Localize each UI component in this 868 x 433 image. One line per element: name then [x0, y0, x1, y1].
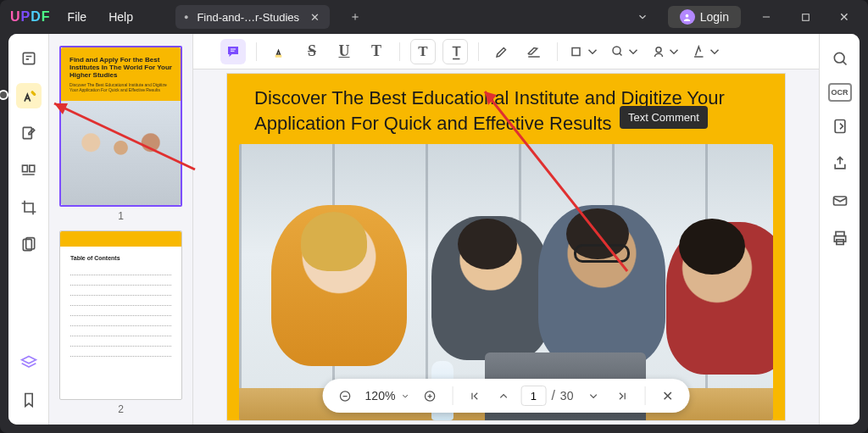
page-number-input[interactable] — [520, 386, 546, 406]
comment-tool-icon[interactable] — [16, 83, 42, 108]
tools-icon[interactable] — [16, 232, 42, 258]
app-logo: UPDF — [10, 9, 51, 25]
zoom-value: 120% — [365, 389, 396, 402]
login-button[interactable]: Login — [668, 6, 741, 28]
print-icon[interactable] — [827, 225, 853, 251]
signature-tool-icon[interactable] — [690, 39, 724, 64]
annotation-toolbar: S U T T T̲ — [193, 34, 819, 69]
app-body: Find and Apply For the Best Institutes I… — [8, 34, 860, 425]
pencil-tool-icon[interactable] — [489, 39, 515, 64]
app-window: UPDF File Help ● Find-and-…r-Studies ✕ ＋… — [0, 0, 868, 433]
tab-indicator-icon: ● — [184, 13, 188, 21]
svg-rect-2 — [802, 14, 809, 20]
main-area: S U T T T̲ — [193, 34, 819, 425]
svg-rect-8 — [29, 165, 34, 172]
annotation-dot — [0, 92, 7, 98]
prev-page-button[interactable] — [492, 384, 515, 408]
ocr-icon[interactable]: OCR — [828, 83, 852, 102]
export-icon[interactable] — [827, 114, 853, 139]
menu-help[interactable]: Help — [103, 7, 138, 27]
svg-point-0 — [686, 14, 689, 17]
tab-title: Find-and-…r-Studies — [197, 11, 299, 24]
tab-dropdown-icon[interactable] — [629, 3, 656, 31]
page-total: 30 — [560, 389, 577, 402]
highlight-tool-icon[interactable] — [267, 39, 292, 64]
reader-mode-icon[interactable] — [16, 46, 42, 71]
organize-pages-icon[interactable] — [16, 158, 42, 183]
stamp-tool-icon[interactable] — [609, 39, 643, 64]
sticker-tool-icon[interactable] — [649, 39, 683, 64]
crop-icon[interactable] — [16, 195, 42, 220]
menu-file[interactable]: File — [63, 7, 92, 27]
page-viewport[interactable]: Discover The Best Educational Institute … — [193, 69, 819, 425]
sidebar-right: OCR — [819, 34, 860, 425]
svg-rect-6 — [23, 127, 31, 138]
window-minimize-button[interactable] — [753, 3, 780, 31]
sidebar-left — [8, 34, 49, 425]
strikethrough-tool-icon[interactable]: S — [299, 39, 325, 64]
svg-marker-12 — [21, 357, 36, 364]
layers-icon[interactable] — [16, 350, 42, 375]
zoom-in-button[interactable] — [418, 384, 442, 408]
thumb1-photo — [61, 101, 181, 205]
thumb2-label: 2 — [59, 403, 182, 415]
thumbnail-panel: Find and Apply For the Best Institutes I… — [49, 34, 193, 425]
text-box-tool-icon[interactable]: T̲ — [442, 39, 468, 64]
zoom-dropdown[interactable]: 120% — [362, 389, 414, 402]
edit-pdf-icon[interactable] — [16, 120, 42, 146]
last-page-button[interactable] — [610, 384, 634, 408]
svg-line-29 — [843, 61, 846, 64]
thumbnail-page-2[interactable]: Table of Contents — [59, 230, 182, 400]
titlebar: UPDF File Help ● Find-and-…r-Studies ✕ ＋… — [0, 0, 868, 34]
avatar-icon — [680, 9, 695, 25]
search-icon[interactable] — [827, 46, 853, 71]
thumb2-toc-title: Table of Contents — [70, 255, 171, 261]
tooltip-text-comment: Text Comment — [620, 106, 708, 129]
underline-tool-icon[interactable]: U — [331, 39, 357, 64]
email-icon[interactable] — [827, 188, 853, 214]
close-pager-button[interactable]: ✕ — [655, 384, 679, 408]
new-tab-button[interactable]: ＋ — [342, 3, 369, 31]
window-maximize-button[interactable] — [792, 3, 819, 31]
login-label: Login — [700, 10, 729, 24]
thumb1-subtitle: Discover The Best Educational Institute … — [70, 82, 172, 92]
tab-close-icon[interactable]: ✕ — [308, 10, 321, 24]
page-controls: 120% / 30 — [323, 379, 690, 413]
thumb1-title: Find and Apply For the Best Institutes I… — [70, 56, 172, 79]
shapes-tool-icon[interactable] — [568, 39, 602, 64]
svg-point-28 — [834, 53, 844, 63]
svg-rect-15 — [275, 54, 282, 57]
svg-rect-17 — [572, 47, 580, 55]
window-close-button[interactable]: ✕ — [831, 3, 858, 31]
next-page-button[interactable] — [581, 384, 605, 408]
document-tab[interactable]: ● Find-and-…r-Studies ✕ — [175, 5, 330, 29]
first-page-button[interactable] — [463, 384, 487, 408]
text-comment-tool-icon[interactable]: T — [410, 39, 436, 64]
note-tool-icon[interactable] — [220, 39, 246, 64]
share-icon[interactable] — [827, 151, 853, 176]
svg-point-19 — [656, 47, 661, 52]
svg-rect-7 — [22, 165, 27, 172]
bookmark-icon[interactable] — [16, 387, 42, 413]
squiggly-tool-icon[interactable]: T — [364, 39, 389, 64]
thumb1-label: 1 — [59, 210, 182, 222]
zoom-out-button[interactable] — [333, 384, 357, 408]
eraser-tool-icon[interactable] — [521, 39, 547, 64]
thumbnail-page-1[interactable]: Find and Apply For the Best Institutes I… — [59, 46, 182, 207]
